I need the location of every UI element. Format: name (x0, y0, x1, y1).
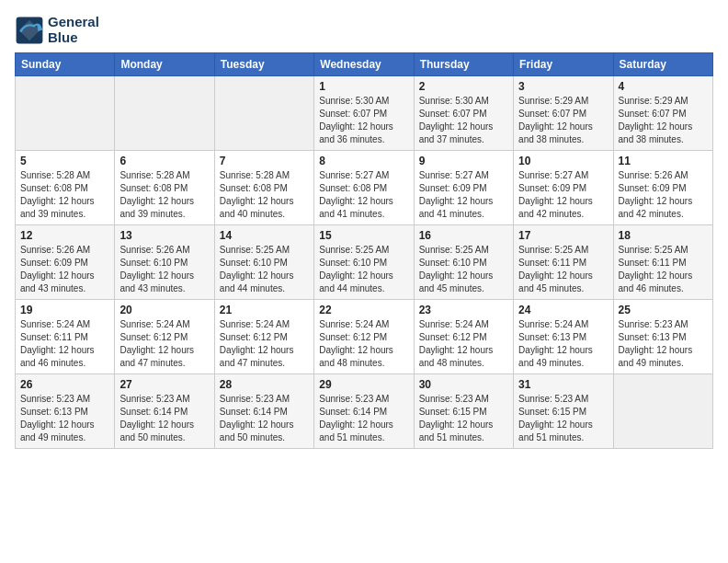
day-info: Sunrise: 5:27 AM Sunset: 6:08 PM Dayligh… (319, 169, 408, 221)
day-number: 5 (20, 155, 109, 167)
calendar-cell: 10Sunrise: 5:27 AM Sunset: 6:09 PM Dayli… (514, 151, 613, 225)
day-number: 22 (319, 304, 408, 316)
calendar-cell: 9Sunrise: 5:27 AM Sunset: 6:09 PM Daylig… (414, 151, 513, 225)
calendar-table: SundayMondayTuesdayWednesdayThursdayFrid… (15, 52, 713, 449)
day-number: 10 (518, 155, 608, 167)
calendar-cell (115, 76, 214, 151)
day-info: Sunrise: 5:26 AM Sunset: 6:09 PM Dayligh… (20, 244, 109, 295)
day-info: Sunrise: 5:24 AM Sunset: 6:12 PM Dayligh… (419, 318, 508, 370)
day-number: 14 (220, 229, 309, 242)
day-number: 30 (419, 378, 508, 391)
day-number: 11 (619, 155, 708, 167)
calendar-cell (613, 374, 712, 449)
day-number: 12 (20, 229, 109, 242)
day-number: 18 (619, 229, 708, 242)
day-number: 23 (419, 304, 508, 316)
calendar-cell: 13Sunrise: 5:26 AM Sunset: 6:10 PM Dayli… (115, 225, 214, 300)
calendar-cell: 8Sunrise: 5:27 AM Sunset: 6:08 PM Daylig… (314, 151, 414, 225)
day-info: Sunrise: 5:30 AM Sunset: 6:07 PM Dayligh… (319, 95, 408, 146)
day-info: Sunrise: 5:27 AM Sunset: 6:09 PM Dayligh… (419, 169, 508, 221)
col-header-wednesday: Wednesday (314, 53, 414, 76)
day-number: 2 (419, 80, 508, 93)
calendar-cell: 29Sunrise: 5:23 AM Sunset: 6:14 PM Dayli… (314, 374, 414, 449)
calendar-cell: 30Sunrise: 5:23 AM Sunset: 6:15 PM Dayli… (414, 374, 513, 449)
calendar-cell (16, 76, 115, 151)
day-info: Sunrise: 5:23 AM Sunset: 6:15 PM Dayligh… (518, 393, 608, 444)
day-info: Sunrise: 5:25 AM Sunset: 6:10 PM Dayligh… (419, 244, 508, 295)
calendar-cell: 5Sunrise: 5:28 AM Sunset: 6:08 PM Daylig… (16, 151, 115, 225)
day-info: Sunrise: 5:30 AM Sunset: 6:07 PM Dayligh… (419, 95, 508, 146)
day-number: 27 (119, 378, 209, 391)
calendar-cell: 1Sunrise: 5:30 AM Sunset: 6:07 PM Daylig… (314, 76, 414, 151)
day-info: Sunrise: 5:24 AM Sunset: 6:12 PM Dayligh… (119, 318, 209, 370)
calendar-cell: 27Sunrise: 5:23 AM Sunset: 6:14 PM Dayli… (115, 374, 214, 449)
day-info: Sunrise: 5:23 AM Sunset: 6:13 PM Dayligh… (619, 318, 708, 370)
day-info: Sunrise: 5:25 AM Sunset: 6:11 PM Dayligh… (518, 244, 608, 295)
calendar-cell: 19Sunrise: 5:24 AM Sunset: 6:11 PM Dayli… (16, 300, 115, 374)
day-info: Sunrise: 5:27 AM Sunset: 6:09 PM Dayligh… (518, 169, 608, 221)
day-info: Sunrise: 5:28 AM Sunset: 6:08 PM Dayligh… (119, 169, 209, 221)
calendar-cell: 17Sunrise: 5:25 AM Sunset: 6:11 PM Dayli… (514, 225, 613, 300)
day-number: 21 (220, 304, 309, 316)
col-header-thursday: Thursday (414, 53, 513, 76)
calendar-cell: 21Sunrise: 5:24 AM Sunset: 6:12 PM Dayli… (214, 300, 313, 374)
calendar-cell (214, 76, 313, 151)
col-header-monday: Monday (115, 53, 214, 76)
day-info: Sunrise: 5:28 AM Sunset: 6:08 PM Dayligh… (20, 169, 109, 221)
day-number: 3 (518, 80, 608, 93)
day-info: Sunrise: 5:25 AM Sunset: 6:10 PM Dayligh… (220, 244, 309, 295)
calendar-cell: 31Sunrise: 5:23 AM Sunset: 6:15 PM Dayli… (514, 374, 613, 449)
day-number: 1 (319, 80, 408, 93)
day-info: Sunrise: 5:25 AM Sunset: 6:10 PM Dayligh… (319, 244, 408, 295)
day-info: Sunrise: 5:23 AM Sunset: 6:14 PM Dayligh… (319, 393, 408, 444)
calendar-cell: 25Sunrise: 5:23 AM Sunset: 6:13 PM Dayli… (613, 300, 712, 374)
day-number: 28 (220, 378, 309, 391)
day-info: Sunrise: 5:25 AM Sunset: 6:11 PM Dayligh… (619, 244, 708, 295)
day-number: 9 (419, 155, 508, 167)
day-number: 7 (220, 155, 309, 167)
day-info: Sunrise: 5:23 AM Sunset: 6:15 PM Dayligh… (419, 393, 508, 444)
day-number: 16 (419, 229, 508, 242)
page-header: General Blue (15, 15, 713, 45)
day-info: Sunrise: 5:23 AM Sunset: 6:13 PM Dayligh… (20, 393, 109, 444)
day-number: 29 (319, 378, 408, 391)
calendar-cell: 16Sunrise: 5:25 AM Sunset: 6:10 PM Dayli… (414, 225, 513, 300)
calendar-cell: 2Sunrise: 5:30 AM Sunset: 6:07 PM Daylig… (414, 76, 513, 151)
day-info: Sunrise: 5:23 AM Sunset: 6:14 PM Dayligh… (220, 393, 309, 444)
col-header-sunday: Sunday (16, 53, 115, 76)
day-info: Sunrise: 5:28 AM Sunset: 6:08 PM Dayligh… (220, 169, 309, 221)
calendar-cell: 3Sunrise: 5:29 AM Sunset: 6:07 PM Daylig… (514, 76, 613, 151)
day-info: Sunrise: 5:26 AM Sunset: 6:10 PM Dayligh… (119, 244, 209, 295)
day-info: Sunrise: 5:24 AM Sunset: 6:12 PM Dayligh… (319, 318, 408, 370)
logo-text: General Blue (48, 15, 99, 45)
col-header-saturday: Saturday (613, 53, 712, 76)
day-number: 13 (119, 229, 209, 242)
col-header-friday: Friday (514, 53, 613, 76)
calendar-cell: 20Sunrise: 5:24 AM Sunset: 6:12 PM Dayli… (115, 300, 214, 374)
calendar-cell: 26Sunrise: 5:23 AM Sunset: 6:13 PM Dayli… (16, 374, 115, 449)
day-info: Sunrise: 5:24 AM Sunset: 6:12 PM Dayligh… (220, 318, 309, 370)
day-number: 19 (20, 304, 109, 316)
day-info: Sunrise: 5:26 AM Sunset: 6:09 PM Dayligh… (619, 169, 708, 221)
calendar-cell: 6Sunrise: 5:28 AM Sunset: 6:08 PM Daylig… (115, 151, 214, 225)
calendar-cell: 12Sunrise: 5:26 AM Sunset: 6:09 PM Dayli… (16, 225, 115, 300)
calendar-cell: 24Sunrise: 5:24 AM Sunset: 6:13 PM Dayli… (514, 300, 613, 374)
calendar-cell: 15Sunrise: 5:25 AM Sunset: 6:10 PM Dayli… (314, 225, 414, 300)
day-number: 15 (319, 229, 408, 242)
day-number: 25 (619, 304, 708, 316)
day-number: 31 (518, 378, 608, 391)
day-info: Sunrise: 5:29 AM Sunset: 6:07 PM Dayligh… (619, 95, 708, 146)
day-number: 20 (119, 304, 209, 316)
day-info: Sunrise: 5:29 AM Sunset: 6:07 PM Dayligh… (518, 95, 608, 146)
day-number: 17 (518, 229, 608, 242)
day-info: Sunrise: 5:24 AM Sunset: 6:11 PM Dayligh… (20, 318, 109, 370)
logo: General Blue (15, 15, 99, 45)
calendar-cell: 11Sunrise: 5:26 AM Sunset: 6:09 PM Dayli… (613, 151, 712, 225)
day-number: 6 (119, 155, 209, 167)
calendar-cell: 14Sunrise: 5:25 AM Sunset: 6:10 PM Dayli… (214, 225, 313, 300)
calendar-cell: 4Sunrise: 5:29 AM Sunset: 6:07 PM Daylig… (613, 76, 712, 151)
calendar-cell: 18Sunrise: 5:25 AM Sunset: 6:11 PM Dayli… (613, 225, 712, 300)
col-header-tuesday: Tuesday (214, 53, 313, 76)
day-number: 4 (619, 80, 708, 93)
calendar-cell: 7Sunrise: 5:28 AM Sunset: 6:08 PM Daylig… (214, 151, 313, 225)
